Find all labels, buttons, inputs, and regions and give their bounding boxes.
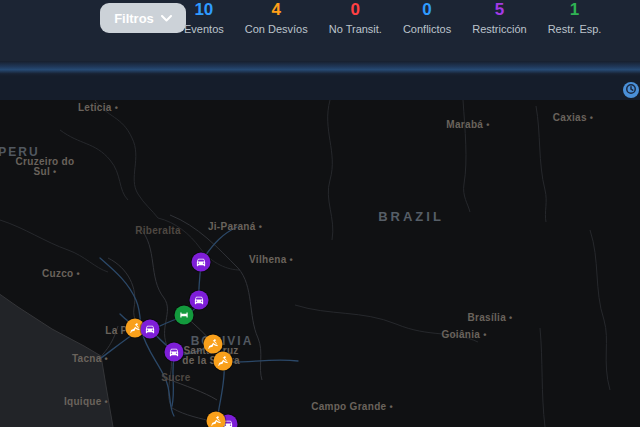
stat-eventos: 10Eventos — [184, 1, 224, 35]
car-icon — [169, 347, 180, 358]
stat-label: Restricción — [472, 23, 526, 35]
stat-label: Con Desvíos — [245, 23, 308, 35]
map-canvas[interactable]: PERUBRAZILBOLIVIALeticia•Cruzeiro do Sul… — [0, 100, 640, 427]
roadwork-icon — [208, 339, 219, 350]
car-icon — [145, 324, 156, 335]
stat-label: Eventos — [184, 23, 224, 35]
stat-label: No Transit. — [329, 23, 382, 35]
roadwork-icon — [218, 356, 229, 367]
stat-value: 0 — [351, 1, 360, 18]
clock-icon — [625, 83, 637, 98]
stat-restricci-n: 5Restricción — [472, 1, 526, 35]
stat-value: 10 — [194, 1, 213, 18]
stat-value: 4 — [272, 1, 281, 18]
chevron-down-icon — [161, 15, 172, 22]
sub-header-bar — [0, 76, 640, 100]
event-marker-restriction[interactable] — [190, 291, 209, 310]
stat-label: Conflictos — [403, 23, 451, 35]
stat-no-transit: 0No Transit. — [329, 1, 382, 35]
header-bar: Filtros 10Eventos4Con Desvíos0No Transit… — [0, 0, 640, 61]
app-screen: Filtros 10Eventos4Con Desvíos0No Transit… — [0, 0, 640, 427]
event-marker-restriction[interactable] — [141, 320, 160, 339]
stat-value: 0 — [422, 1, 431, 18]
basemap-art — [0, 100, 640, 427]
stat-value: 5 — [495, 1, 504, 18]
event-marker-restriction[interactable] — [165, 343, 184, 362]
car-icon — [194, 295, 205, 306]
event-marker-special-restriction[interactable] — [175, 306, 194, 325]
event-stats-row: 10Eventos4Con Desvíos0No Transit.0Confli… — [184, 1, 601, 35]
event-marker-restriction[interactable] — [192, 253, 211, 272]
event-marker-detour[interactable] — [204, 335, 223, 354]
history-clock-button[interactable] — [623, 82, 639, 98]
stat-restr-esp: 1Restr. Esp. — [548, 1, 602, 35]
header-glow-divider — [0, 61, 640, 76]
stat-label: Restr. Esp. — [548, 23, 602, 35]
barrier-icon — [179, 310, 190, 321]
event-marker-detour[interactable] — [207, 412, 226, 427]
filters-button-label: Filtros — [114, 11, 154, 26]
stat-con-desv-os: 4Con Desvíos — [245, 1, 308, 35]
stat-value: 1 — [570, 1, 579, 18]
roadwork-icon — [211, 416, 222, 427]
event-marker-detour[interactable] — [214, 352, 233, 371]
stat-conflictos: 0Conflictos — [403, 1, 451, 35]
filters-button[interactable]: Filtros — [100, 3, 186, 33]
car-icon — [196, 257, 207, 268]
roadwork-icon — [130, 323, 141, 334]
